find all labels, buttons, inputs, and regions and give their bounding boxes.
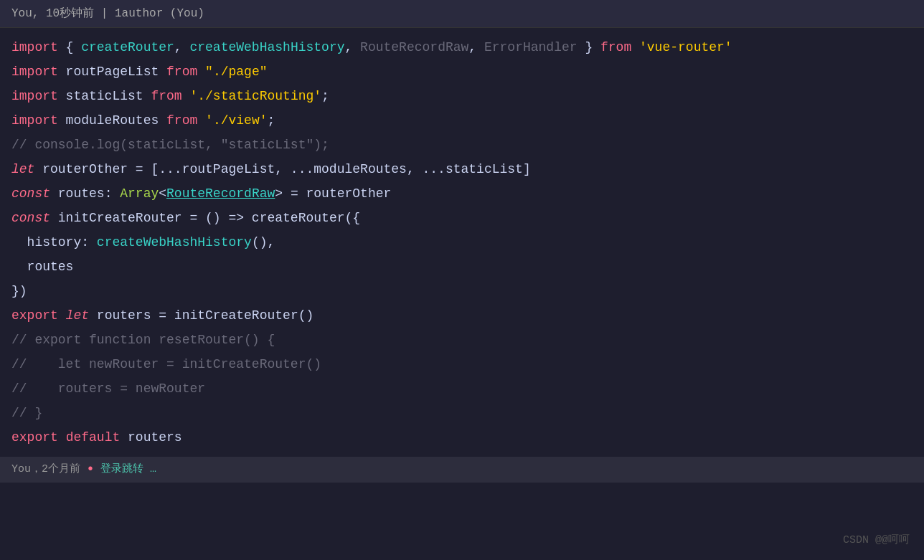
watermark: CSDN @@呵呵: [843, 528, 910, 553]
code-line: const initCreateRouter = () => createRou…: [11, 206, 913, 230]
code-line: // export function resetRouter() {: [11, 328, 913, 352]
git-blame-bar: You，2个月前 • 登录跳转 …: [0, 457, 924, 483]
code-container: You, 10秒钟前 | 1author (You) import { crea…: [0, 0, 924, 560]
code-line: // }: [11, 401, 913, 425]
top-info-bar: You, 10秒钟前 | 1author (You): [0, 0, 924, 28]
git-blame-dot: •: [86, 460, 95, 480]
code-line: routes: [11, 255, 913, 279]
code-line: export default routers: [11, 425, 913, 450]
code-line: import routPageList from "./page": [11, 60, 913, 84]
code-line: import { createRouter, createWebHashHist…: [11, 35, 913, 60]
code-line: const routes: Array<RouteRecordRaw> = ro…: [11, 181, 913, 206]
code-line: // console.log(staticList, "staticList")…: [11, 133, 913, 157]
code-line: // let newRouter = initCreateRouter(): [11, 352, 913, 376]
code-line: }): [11, 279, 913, 303]
code-line: // routers = newRouter: [11, 376, 913, 401]
git-blame-link[interactable]: 登录跳转 …: [100, 460, 156, 480]
code-line: history: createWebHashHistory(),: [11, 230, 913, 255]
code-line: import moduleRoutes from './view';: [11, 108, 913, 133]
git-blame-author: You，2个月前: [11, 460, 80, 480]
top-info-text: You, 10秒钟前 | 1author (You): [11, 7, 204, 20]
code-line: let routerOther = [...routPageList, ...m…: [11, 157, 913, 181]
code-line: import staticList from './staticRouting'…: [11, 84, 913, 108]
code-area: import { createRouter, createWebHashHist…: [0, 28, 924, 457]
code-line: export let routers = initCreateRouter(): [11, 303, 913, 328]
